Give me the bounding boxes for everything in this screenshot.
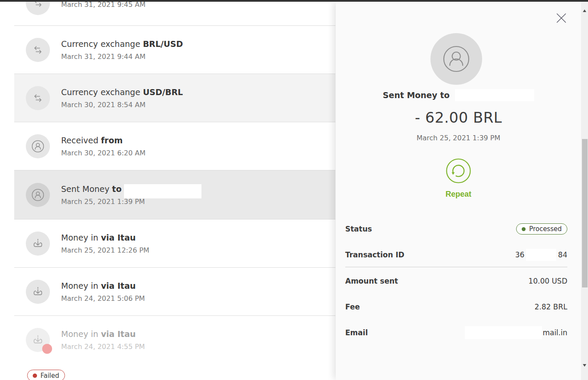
transaction-amount: - 62.00 BRL xyxy=(336,108,581,127)
email-value-visible: mail.in xyxy=(543,328,567,337)
transaction-row[interactable]: March 31, 2021 9:45 AM xyxy=(14,0,335,26)
transaction-row[interactable]: Received from March 30, 2021 6:20 AM xyxy=(14,122,335,170)
transaction-row-failed[interactable]: Money in via Itau March 24, 2021 4:55 PM xyxy=(14,316,335,364)
divider xyxy=(345,267,567,267)
row-date: March 30, 2021 8:54 AM xyxy=(61,100,183,109)
amount-sent-row: Amount sent 10.00 USD xyxy=(345,272,567,290)
transaction-id-start: 36 xyxy=(515,250,525,259)
repeat-button[interactable]: Repeat xyxy=(336,158,581,199)
exchange-arrows-icon xyxy=(26,86,50,110)
row-title: Money in xyxy=(61,329,101,339)
row-date: March 24, 2021 4:55 PM xyxy=(61,342,145,351)
repeat-icon xyxy=(446,158,471,184)
person-icon xyxy=(26,134,50,158)
row-date: March 24, 2021 5:06 PM xyxy=(61,294,145,303)
failed-status-badge: Failed xyxy=(27,370,65,380)
person-icon xyxy=(26,183,50,207)
transaction-row-selected[interactable]: Sent Money to March 25, 2021 1:39 PM xyxy=(14,170,335,219)
row-title: Currency exchange xyxy=(61,87,143,97)
status-value: Processed xyxy=(529,225,562,233)
scroll-down-button[interactable] xyxy=(581,366,588,373)
status-badge: Processed xyxy=(516,223,567,235)
transaction-id-label: Transaction ID xyxy=(345,250,404,259)
fee-label: Fee xyxy=(345,303,360,311)
repeat-label: Repeat xyxy=(446,190,471,199)
row-title: Money in xyxy=(61,233,101,242)
redacted-recipient-name xyxy=(455,89,534,101)
row-title-bold: USD/BRL xyxy=(143,87,183,97)
transaction-id-row: Transaction ID 36 84 xyxy=(345,246,567,263)
avatar xyxy=(430,33,482,85)
row-title-bold: via Itau xyxy=(101,233,136,242)
top-border xyxy=(0,0,588,2)
money-in-icon xyxy=(26,232,50,256)
row-date: March 30, 2021 6:20 AM xyxy=(61,148,145,158)
row-title: Sent Money xyxy=(61,184,112,194)
close-button[interactable] xyxy=(556,12,567,24)
row-title-bold: via Itau xyxy=(101,281,136,290)
transaction-row[interactable]: Money in via Itau March 24, 2021 5:06 PM xyxy=(14,268,335,316)
email-row: Email mail.in xyxy=(345,324,567,341)
fee-row: Fee 2.82 BRL xyxy=(345,298,567,315)
processed-dot-icon xyxy=(522,227,526,231)
scroll-up-button[interactable] xyxy=(581,3,588,9)
email-label: Email xyxy=(345,328,368,337)
transaction-date: March 25, 2021 1:39 PM xyxy=(336,134,581,142)
row-title: Currency exchange xyxy=(61,39,143,49)
scroll-up-icon xyxy=(583,3,586,12)
panel-title: Sent Money to xyxy=(383,90,449,100)
redacted-email xyxy=(465,326,542,339)
row-title-bold: from xyxy=(101,136,123,145)
failed-badge-label: Failed xyxy=(40,372,59,380)
transaction-detail-panel: Sent Money to - 62.00 BRL March 25, 2021… xyxy=(336,2,581,380)
row-title-bold: to xyxy=(112,184,121,194)
email-value: mail.in xyxy=(465,326,567,339)
failed-indicator-dot xyxy=(42,344,52,354)
row-title-bold: via Itau xyxy=(101,329,136,339)
redacted-transaction-id xyxy=(526,249,556,261)
scroll-down-icon xyxy=(583,364,586,373)
exchange-arrows-icon xyxy=(26,38,50,62)
panel-title-row: Sent Money to xyxy=(336,89,581,101)
failed-dot-icon xyxy=(33,374,37,378)
transaction-list: March 31, 2021 9:45 AM Currency exchange… xyxy=(14,0,335,380)
row-title: Money in xyxy=(61,281,101,290)
transaction-row[interactable]: Currency exchange BRL/USD March 31, 2021… xyxy=(14,26,335,74)
transaction-row[interactable]: Currency exchange USD/BRL March 30, 2021… xyxy=(14,74,335,122)
vertical-scrollbar[interactable] xyxy=(581,2,588,380)
person-icon xyxy=(430,33,482,85)
status-row: Status Processed xyxy=(345,220,567,238)
app-window: March 31, 2021 9:45 AM Currency exchange… xyxy=(0,0,588,380)
money-in-icon xyxy=(26,328,50,352)
row-date: March 31, 2021 9:44 AM xyxy=(61,52,183,61)
close-icon xyxy=(556,12,567,24)
scrollbar-thumb[interactable] xyxy=(582,139,588,287)
status-label: Status xyxy=(345,225,372,233)
amount-sent-value: 10.00 USD xyxy=(529,277,567,285)
redacted-recipient-name xyxy=(124,184,201,198)
transaction-row[interactable]: Money in via Itau March 25, 2021 12:26 P… xyxy=(14,219,335,268)
row-title: Received xyxy=(61,136,101,145)
transaction-id-value: 36 84 xyxy=(515,249,567,261)
transaction-id-end: 84 xyxy=(558,250,567,259)
row-title-bold: BRL/USD xyxy=(143,39,183,49)
exchange-arrows-icon xyxy=(26,0,50,15)
amount-sent-label: Amount sent xyxy=(345,277,398,285)
fee-value: 2.82 BRL xyxy=(535,303,567,311)
row-date: March 25, 2021 12:26 PM xyxy=(61,246,149,255)
money-in-icon xyxy=(26,280,50,304)
